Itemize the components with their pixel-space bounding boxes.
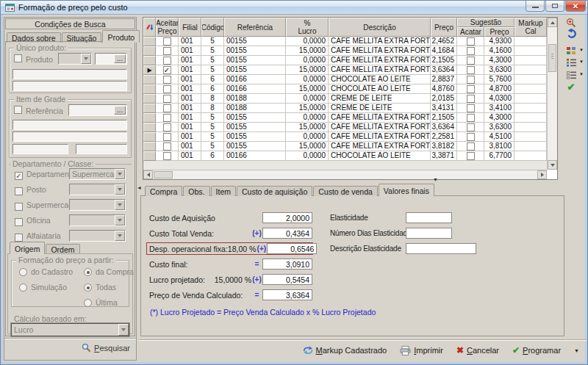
cancelar-button[interactable]: ✖ Cancelar [456,345,499,355]
department-checkbox[interactable] [15,187,23,195]
table-row[interactable]: 001 8 00188 0,0000 CREME DE LEITE 2,0185… [143,94,547,104]
referencia-field[interactable]: ... [68,104,127,116]
col-header-referencia[interactable]: Referência [224,18,286,37]
list-colored-button[interactable] [564,57,578,68]
minimize-button[interactable] [526,1,545,12]
chevron-down-icon[interactable] [115,184,125,195]
grade-field-3[interactable] [12,144,68,154]
list-plain-caret[interactable]: ▼ [578,72,585,76]
table-row[interactable]: 001 5 00155 15,0000 CAFE MELLITA EXTRA F… [143,46,547,56]
produto-name-field[interactable] [12,69,127,79]
accept-checkbox[interactable] [163,57,171,65]
detail-tab[interactable]: Custo de venda [313,186,378,196]
radio-icon[interactable] [19,268,27,276]
department-combo[interactable] [69,214,126,226]
accept-checkbox[interactable] [163,37,171,46]
calc-base-combo[interactable]: Lucro [11,323,129,336]
horizontal-scrollbar[interactable] [143,170,547,179]
acatar-checkbox[interactable] [467,104,475,112]
detail-tab[interactable]: Custo de aquisição [237,186,312,196]
department-combo[interactable] [69,199,126,211]
list-colored-caret[interactable]: ▼ [578,59,585,64]
department-checkbox[interactable]: ✓ [15,172,23,180]
grid-corner-cell[interactable] [143,18,156,37]
referencia-checkbox[interactable] [14,106,22,114]
table-row[interactable]: 001 6 00166 0,0000 CHOCOLATE AO LEITE 3,… [143,151,547,161]
col-header-preco[interactable]: Preço [431,18,457,37]
table-row[interactable]: 001 5 00155 15,0000 CAFE MELLITA EXTRA F… [143,142,547,151]
produto-extra-field[interactable] [12,81,127,91]
ellipsis-button[interactable]: ... [114,54,126,63]
department-checkbox[interactable] [15,203,23,211]
confirm-button[interactable]: ✔ [564,82,578,93]
grade-field-4[interactable] [76,144,127,154]
maximize-button[interactable] [545,1,564,12]
grade-field-2[interactable] [12,131,127,142]
table-row[interactable]: 001 6 00166 15,0000 CHOCOLATE AO LEITE 4… [143,84,547,94]
acatar-checkbox[interactable] [467,152,475,160]
radio-icon[interactable] [84,268,92,276]
programar-button[interactable]: ✔ Programar [512,345,561,355]
acatar-checkbox[interactable] [467,37,475,46]
produto-type-combo[interactable] [58,53,92,65]
elasticity-field[interactable] [406,212,452,223]
acatar-checkbox[interactable] [467,133,475,141]
radio-option[interactable]: Todas [84,283,134,292]
accept-checkbox[interactable]: ✓ [163,66,171,74]
origin-tab[interactable]: Origem [10,242,45,254]
acatar-checkbox[interactable] [467,114,475,122]
department-combo[interactable]: Supermercado [69,168,126,180]
vertical-scroll-thumb[interactable] [548,44,556,72]
radio-option[interactable]: Última [84,298,134,307]
accept-checkbox[interactable] [163,104,171,112]
splitter-collapse-down[interactable]: ▼ [433,177,438,182]
scroll-down-button[interactable] [548,160,557,170]
detail-tab[interactable]: Item [211,186,236,196]
department-checkbox[interactable] [15,234,23,242]
vertical-scrollbar[interactable] [547,18,557,170]
acatar-checkbox[interactable] [467,142,475,151]
search-tab[interactable]: Produto [102,30,140,43]
table-row[interactable]: 001 5 00155 0,0000 CAFE MELLITA EXTRA FO… [143,132,547,142]
accept-checkbox[interactable] [163,123,171,131]
col-header-codigo[interactable]: Código [201,18,224,37]
pesquisar-button[interactable]: Pesquisar [82,343,130,353]
acatar-checkbox[interactable] [467,57,475,65]
chevron-down-icon[interactable] [118,324,129,336]
programar-dropdown-caret[interactable]: ▼ [574,348,579,353]
col-header-lucro[interactable]: % Lucro [286,18,329,37]
chevron-down-icon[interactable] [115,200,125,210]
scroll-up-button[interactable] [548,18,557,27]
col-header-acatar[interactable]: Acatar [457,27,484,37]
elasticity-field[interactable] [406,228,452,239]
accept-checkbox[interactable] [163,152,171,160]
acatar-checkbox[interactable] [467,95,475,103]
markup-cadastrado-button[interactable]: Markup Cadastrado [303,346,387,355]
department-combo[interactable] [69,230,126,242]
table-row[interactable]: 001 6 00166 0,0000 CHOCOLATE AO LEITE 2,… [143,75,547,84]
acatar-checkbox[interactable] [467,85,475,93]
col-header-markup[interactable]: Markup Cal [514,18,547,37]
cost-value-field[interactable]: 0,4364 [262,228,312,239]
acatar-checkbox[interactable] [467,123,475,131]
markup-palette-button[interactable] [564,46,578,57]
col-header-aceitar-preco[interactable]: Aceitar Preço [156,18,179,37]
acatar-checkbox[interactable] [467,66,475,74]
close-button[interactable]: ✕ [565,1,586,12]
zoom-search-button[interactable] [564,17,578,28]
chevron-down-icon[interactable] [81,54,91,64]
accept-checkbox[interactable] [163,85,171,93]
department-combo[interactable] [69,184,126,195]
col-header-sugestao[interactable]: Sugestão [457,18,514,27]
accept-checkbox[interactable] [163,95,171,103]
cost-value-field[interactable]: 0,5454 [262,274,312,285]
chevron-down-icon[interactable] [115,215,125,225]
horizontal-scroll-thumb[interactable] [154,171,173,178]
undo-button[interactable] [564,28,578,39]
detail-tab[interactable]: Compra [145,186,182,196]
accept-checkbox[interactable] [163,133,171,141]
grade-field-1[interactable] [12,120,127,130]
list-plain-button[interactable] [564,70,578,81]
chevron-down-icon[interactable] [115,231,125,241]
chevron-down-icon[interactable] [115,169,125,179]
